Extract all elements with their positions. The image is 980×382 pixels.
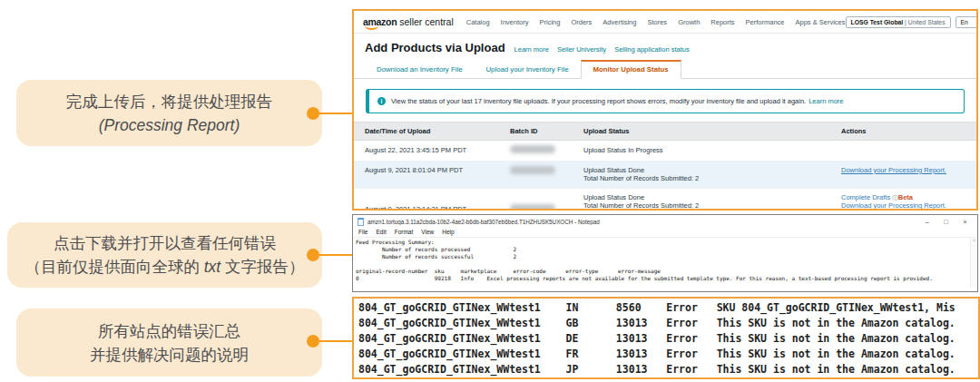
download-processing-report-link[interactable]: Download your Processing Report. [841,166,946,174]
col-batch-id: Batch ID [510,127,583,135]
top-navbar: amazon seller central Catalog Inventory … [354,11,976,34]
menu-help[interactable]: Help [442,229,454,235]
nav-item-pricing[interactable]: Pricing [539,18,560,26]
seller-university-link[interactable]: Seller University [557,45,606,54]
upload-table-row: August 9, 2021 8:01:04 PM PDT Upload Sta… [354,162,976,189]
callout-line: 所有站点的错误汇总 [98,319,241,343]
col-date-time: Date/Time of Upload [365,127,510,135]
scroll-up-icon[interactable]: ˄ [973,238,975,243]
nav-item-catalog[interactable]: Catalog [466,18,490,26]
language-selector[interactable]: En [956,16,978,28]
tab-monitor-upload-status[interactable]: Monitor Upload Status [581,60,681,79]
connector-line [313,254,352,256]
tab-upload-inventory-file[interactable]: Upload your Inventory File [474,62,580,78]
error-row: 804_GT_goGCRID_GTINex_WWtest1 IN 8560 Er… [358,300,978,316]
batch-id-redacted [510,145,555,153]
notepad-menubar: File Edit Format View Help [353,229,977,237]
upload-table-row: August 9, 2021 12:14:21 PM PDT Upload St… [354,189,976,211]
error-row: 804_GT_goGCRID_GTINex_WWtest1 JP 13013 E… [358,362,978,377]
upload-table-row: August 22, 2021 3:45:15 PM PDT Upload St… [354,141,976,162]
minimize-icon[interactable]: – [917,218,936,226]
upload-status: Upload Status In Progress [583,146,841,155]
menu-format[interactable]: Format [395,229,414,235]
nav-item-inventory[interactable]: Inventory [501,18,529,26]
complete-drafts-link[interactable]: Complete Drafts [841,193,890,201]
page-title: Add Products via Upload [365,41,505,54]
menu-file[interactable]: File [358,229,368,235]
main-nav: Catalog Inventory Pricing Orders Adverti… [466,18,846,26]
upload-table-header: Date/Time of Upload Batch ID Upload Stat… [354,122,976,141]
callout-download-errors: 点击下载并打开以查看任何错误 （目前仅提供面向全球的 txt 文字报告） [7,222,322,288]
nav-item-growth[interactable]: Growth [678,18,700,26]
col-upload-status: Upload Status [583,127,841,135]
banner-text: View the status of your last 17 inventor… [391,97,844,105]
download-processing-report-link[interactable]: Download your Processing Report. [841,201,946,210]
callout-error-summary: 所有站点的错误汇总 并提供解决问题的说明 [16,309,322,377]
callout-line: 完成上传后，将提供处理报告 [66,90,273,113]
banner-learn-more-link[interactable]: Learn more [808,97,843,105]
nav-item-reports[interactable]: Reports [710,18,734,26]
notepad-text-area[interactable]: Feed Processing Summary: Number of recor… [353,238,977,283]
learn-more-link[interactable]: Learn more [514,45,549,54]
actions-cell: Complete Drafts ⓘBeta Download your Proc… [841,193,976,211]
upload-date: August 9, 2021 8:01:04 PM PDT [365,166,510,183]
nav-item-orders[interactable]: Orders [571,18,592,26]
connector-line [313,340,352,342]
callout-processing-report: 完成上传后，将提供处理报告 (Processing Report) [16,80,322,146]
upload-date: August 22, 2021 3:45:15 PM PDT [365,146,510,155]
notepad-icon [358,218,364,226]
scrollbar[interactable]: ˄ [970,238,977,288]
nav-item-performance[interactable]: Performance [746,18,785,26]
upload-status: Upload Status Done Total Number of Recor… [583,166,841,183]
batch-id-redacted [510,204,555,211]
info-icon: i [377,97,386,105]
selling-application-status-link[interactable]: Selling application status [614,45,690,54]
batch-id-redacted [510,166,555,174]
menu-view[interactable]: View [421,229,434,235]
error-row: 804_GT_goGCRID_GTINex_WWtest1 DE 13013 E… [358,331,978,347]
info-banner: i View the status of your last 17 invent… [366,89,965,113]
amazon-seller-central-logo[interactable]: amazon seller central [363,16,454,27]
account-selector[interactable]: LOSG Test Global | United States [846,16,951,28]
callout-line: （目前仅提供面向全球的 txt 文字报告） [24,255,304,279]
nav-item-advertising[interactable]: Advertising [603,18,636,26]
callout-line: 点击下载并打开以查看任何错误 [54,231,276,255]
connector-line [313,113,352,114]
beta-badge: Beta [898,193,913,201]
amazon-smile-icon [365,25,378,30]
notepad-titlebar[interactable]: amzn1.tortuga.3.11a2cbda-10b2-4ae2-b6db-… [353,215,977,229]
callout-line: (Processing Report) [99,113,240,137]
notepad-title: amzn1.tortuga.3.11a2cbda-10b2-4ae2-b6db-… [368,219,914,225]
seller-central-screenshot: amazon seller central Catalog Inventory … [352,9,978,211]
nav-item-apps-services[interactable]: Apps & Services [796,18,846,26]
callout-line: 并提供解决问题的说明 [90,343,249,367]
infographic-canvas: 完成上传后，将提供处理报告 (Processing Report) 点击下载并打… [0,0,980,382]
col-actions: Actions [841,127,976,135]
close-icon[interactable]: × [956,218,975,226]
maximize-icon[interactable]: □ [936,218,956,226]
upload-status: Upload Status Done Total Number of Recor… [583,193,841,211]
upload-tabs: Download an Inventory File Upload your I… [354,60,976,79]
tab-download-inventory-file[interactable]: Download an Inventory File [365,62,474,78]
upload-date: August 9, 2021 12:14:21 PM PDT [365,205,510,211]
error-row: 804_GT_goGCRID_GTINex_WWtest1 GB 13013 E… [358,316,978,331]
nav-item-stores[interactable]: Stores [647,18,667,26]
notepad-window: amzn1.tortuga.3.11a2cbda-10b2-4ae2-b6db-… [352,214,978,292]
error-row: 804_GT_goGCRID_GTINex_WWtest1 FR 13013 E… [358,347,978,362]
error-report-excerpt: 804_GT_goGCRID_GTINex_WWtest1 IN 8560 Er… [352,297,980,379]
menu-edit[interactable]: Edit [376,229,386,235]
